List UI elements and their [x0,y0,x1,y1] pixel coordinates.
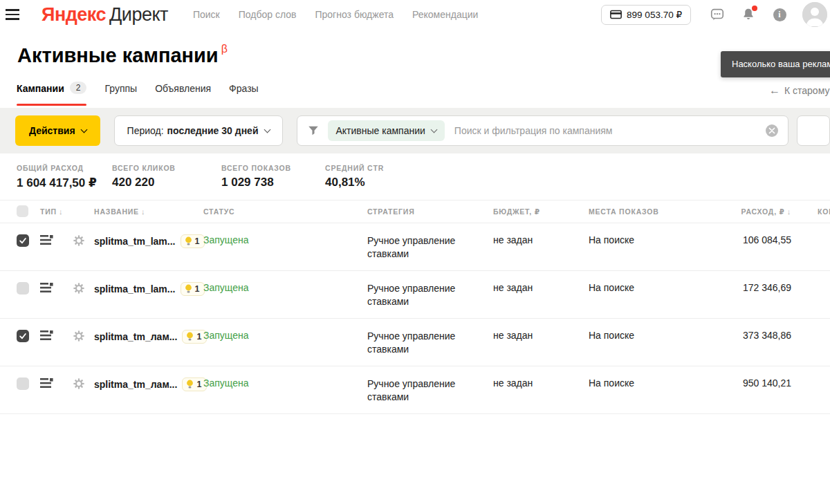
stat-value: 1 604 417,50 ₽ [17,176,112,190]
column-header-places[interactable]: МЕСТА ПОКАЗОВ [589,207,696,216]
campaign-budget: не задан [493,377,589,389]
user-avatar[interactable] [802,2,827,27]
nav-item-budget-forecast[interactable]: Прогноз бюджета [315,9,394,20]
nav-item-search[interactable]: Поиск [193,9,220,20]
stat-avg-ctr: СРЕДНИЙ CTR 40,81% [325,164,384,200]
column-header-budget[interactable]: БЮДЖЕТ, ₽ [493,207,589,216]
campaign-places: На поиске [589,330,696,341]
balance-amount: 899 053.70 ₽ [627,9,682,20]
period-dropdown[interactable]: Период:последние 30 дней [114,115,283,146]
filter-chip-label: Активные кампании [336,125,425,136]
logo-part-yandex: Яндекс [42,4,106,25]
campaign-strategy: Ручное управление ставками [367,234,493,261]
tab-label: Кампании [17,83,64,94]
campaign-budget: не задан [493,330,589,341]
filter-funnel-icon [307,124,320,137]
top-right-controls: 899 053.70 ₽ i [601,2,830,27]
old-interface-link[interactable]: ←К старому и [769,84,830,97]
row-checkbox[interactable] [17,330,29,342]
campaigns-count-badge: 2 [70,82,87,94]
gear-icon[interactable] [73,235,84,248]
summary-stats: ОБЩИЙ РАСХОД 1 604 417,50 ₽ ВСЕГО КЛИКОВ… [0,153,830,200]
text-campaign-type-icon [40,282,54,294]
menu-icon[interactable] [6,0,25,29]
campaign-name[interactable]: splitma_tm_лам... [94,331,177,342]
gear-icon[interactable] [73,330,84,344]
stat-total-impressions: ВСЕГО ПОКАЗОВ 1 029 738 [221,164,325,200]
sort-desc-icon: ↓ [141,207,145,216]
column-header-conversions[interactable]: КОНВ [793,207,830,216]
column-header-type[interactable]: ТИП↓ [40,207,73,216]
search-input[interactable] [454,125,766,136]
campaign-budget: не задан [493,234,589,245]
actions-label: Действия [29,125,75,136]
bulb-icon [185,236,192,246]
stat-label: ВСЕГО КЛИКОВ [112,164,221,172]
tab-label: Фразы [229,83,259,94]
period-label: Период: [127,125,164,136]
chevron-down-icon [264,126,270,133]
columns-settings-button[interactable] [797,115,830,146]
campaign-spend: 373 348,86 [696,330,793,341]
gear-icon[interactable] [73,283,84,296]
table-row: splitma_tm_lam... 1 Запущена Ручное упра… [0,223,830,271]
tabs-bar: Кампании 2 Группы Объявления Фразы ←К ст… [0,83,830,108]
campaign-name[interactable]: splitma_tm_лам... [94,379,177,390]
text-campaign-type-icon [40,330,54,342]
column-header-strategy[interactable]: СТРАТЕГИЯ [367,207,493,216]
select-all-checkbox[interactable] [17,205,28,217]
active-campaigns-filter-chip[interactable]: Активные кампании [328,120,445,141]
table-row: splitma_tm_лам... 1 Запущена Ручное упра… [0,366,830,414]
stat-label: ВСЕГО ПОКАЗОВ [221,164,325,172]
recommendation-badge[interactable]: 1 [181,234,205,248]
balance-button[interactable]: 899 053.70 ₽ [601,5,691,25]
campaign-spend: 950 140,21 [696,377,793,389]
search-filter-box: Активные кампании [297,115,789,146]
notifications-bell-icon[interactable] [740,6,757,23]
campaign-strategy: Ручное управление ставками [367,330,493,356]
table-header: ТИП↓ НАЗВАНИЕ↓ СТАТУС СТРАТЕГИЯ БЮДЖЕТ, … [0,200,830,223]
campaign-name[interactable]: splitma_tm_lam... [94,283,176,295]
tab-label: Объявления [155,83,211,94]
column-header-status[interactable]: СТАТУС [203,207,367,216]
chevron-down-icon [80,126,87,133]
campaign-status: Запущена [203,282,367,293]
nav-item-keyword-picker[interactable]: Подбор слов [239,9,297,20]
row-checkbox[interactable] [17,377,29,390]
campaign-spend: 106 084,55 [696,234,793,245]
gear-icon[interactable] [73,378,84,391]
stat-value: 40,81% [325,176,384,189]
bulb-icon [185,284,192,294]
old-interface-label: К старому и [784,85,830,96]
top-bar: ЯндексДирект Поиск Подбор слов Прогноз б… [0,0,830,29]
stat-label: СРЕДНИЙ CTR [325,164,384,172]
stat-total-clicks: ВСЕГО КЛИКОВ 420 220 [112,164,221,200]
text-campaign-type-icon [40,234,54,246]
tab-campaigns[interactable]: Кампании 2 [17,83,86,106]
tab-phrases[interactable]: Фразы [229,83,259,106]
page-title: Активные кампании [17,44,219,66]
info-icon[interactable]: i [771,6,788,23]
tab-groups[interactable]: Группы [104,83,137,106]
recommendation-badge[interactable]: 1 [181,282,205,296]
card-icon [610,10,622,19]
actions-button[interactable]: Действия [15,115,100,146]
stat-total-spend: ОБЩИЙ РАСХОД 1 604 417,50 ₽ [17,164,112,200]
chat-icon[interactable] [709,6,726,23]
column-header-name[interactable]: НАЗВАНИЕ↓ [94,207,203,216]
chevron-down-icon [430,126,437,133]
campaign-places: На поиске [589,282,696,293]
campaign-name[interactable]: splitma_tm_lam... [94,236,176,247]
yandex-direct-logo[interactable]: ЯндексДирект [42,4,168,26]
title-section: Активные кампанииβ Насколько ваша реклам… [0,29,830,83]
column-header-spend[interactable]: РАСХОД, ₽↓ [696,207,793,216]
nav-item-recommendations[interactable]: Рекомендации [412,9,478,20]
campaign-status: Запущена [203,330,367,341]
logo-part-direct: Директ [109,4,168,25]
bulb-icon [186,380,194,389]
tab-ads[interactable]: Объявления [155,83,211,106]
row-checkbox[interactable] [17,282,29,295]
clear-search-icon[interactable] [766,124,778,137]
stat-value: 1 029 738 [221,176,325,189]
row-checkbox[interactable] [17,234,29,247]
